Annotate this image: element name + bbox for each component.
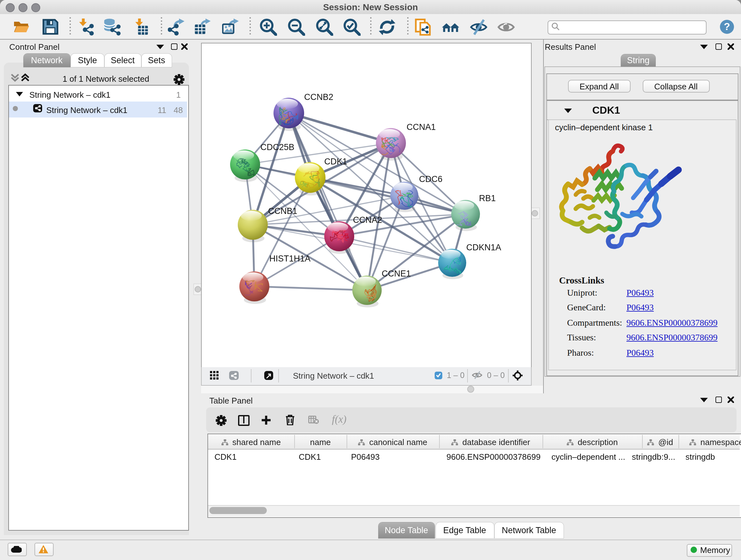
svg-text:CDKN1A: CDKN1A [466, 242, 501, 252]
svg-text:CDC6: CDC6 [419, 174, 442, 184]
svg-text:CDK1: CDK1 [324, 157, 347, 166]
svg-text:CCNB2: CCNB2 [304, 92, 333, 102]
svg-text:CCNE1: CCNE1 [381, 268, 411, 278]
svg-text:CDC25B: CDC25B [260, 142, 294, 152]
svg-text:HIST1H1A: HIST1H1A [269, 253, 310, 263]
svg-text:CCNA2: CCNA2 [353, 215, 382, 225]
svg-text:RB1: RB1 [479, 193, 495, 203]
svg-text:CCNA1: CCNA1 [406, 122, 435, 132]
svg-text:CCNB1: CCNB1 [268, 206, 297, 215]
